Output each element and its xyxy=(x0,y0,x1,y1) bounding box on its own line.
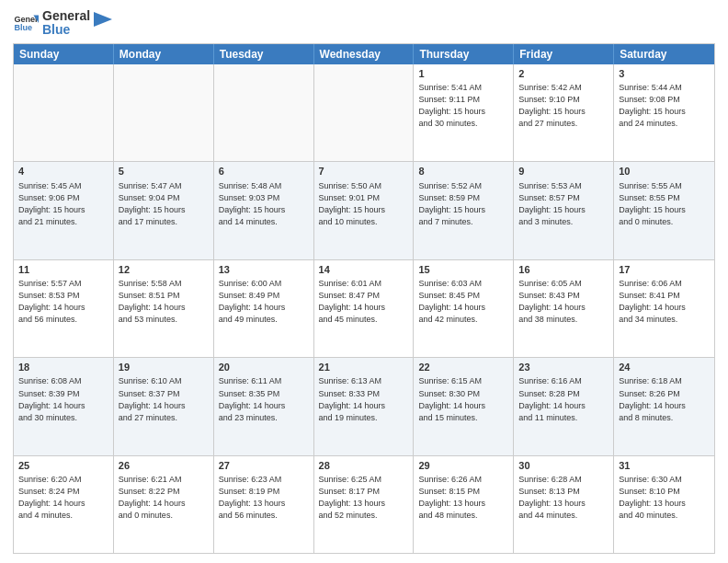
day-cell xyxy=(14,64,114,161)
day-cell: 30Sunrise: 6:28 AM Sunset: 8:13 PM Dayli… xyxy=(514,456,614,553)
day-cell: 20Sunrise: 6:11 AM Sunset: 8:35 PM Dayli… xyxy=(214,358,314,454)
day-cell: 6Sunrise: 5:48 AM Sunset: 9:03 PM Daylig… xyxy=(214,162,314,259)
day-info: Sunrise: 5:53 AM Sunset: 8:57 PM Dayligh… xyxy=(518,180,609,228)
day-number: 24 xyxy=(619,361,710,374)
week-row-1: 1Sunrise: 5:41 AM Sunset: 9:11 PM Daylig… xyxy=(14,64,714,162)
calendar-page: General Blue General Blue SundayMondayTu… xyxy=(0,0,728,563)
day-number: 27 xyxy=(219,459,309,473)
day-number: 15 xyxy=(418,263,508,277)
day-cell: 5Sunrise: 5:47 AM Sunset: 9:04 PM Daylig… xyxy=(114,162,214,259)
logo-blue: Blue xyxy=(42,23,90,37)
day-cell: 23Sunrise: 6:16 AM Sunset: 8:28 PM Dayli… xyxy=(514,358,614,454)
day-number: 29 xyxy=(418,459,508,473)
day-info: Sunrise: 6:15 AM Sunset: 8:30 PM Dayligh… xyxy=(418,375,508,423)
day-number: 8 xyxy=(418,165,508,178)
day-cell: 12Sunrise: 5:58 AM Sunset: 8:51 PM Dayli… xyxy=(114,260,214,357)
day-cell: 14Sunrise: 6:01 AM Sunset: 8:47 PM Dayli… xyxy=(314,260,415,357)
day-info: Sunrise: 5:52 AM Sunset: 8:59 PM Dayligh… xyxy=(418,180,508,228)
day-cell: 16Sunrise: 6:05 AM Sunset: 8:43 PM Dayli… xyxy=(514,260,614,357)
day-number: 28 xyxy=(319,459,409,473)
day-info: Sunrise: 6:01 AM Sunset: 8:47 PM Dayligh… xyxy=(319,278,409,326)
day-header-sunday: Sunday xyxy=(14,44,114,64)
day-info: Sunrise: 6:13 AM Sunset: 8:33 PM Dayligh… xyxy=(319,375,409,423)
day-cell: 19Sunrise: 6:10 AM Sunset: 8:37 PM Dayli… xyxy=(114,358,214,454)
day-number: 13 xyxy=(219,263,309,277)
day-cell: 15Sunrise: 6:03 AM Sunset: 8:45 PM Dayli… xyxy=(414,260,514,357)
day-cell: 26Sunrise: 6:21 AM Sunset: 8:22 PM Dayli… xyxy=(114,456,214,553)
svg-text:Blue: Blue xyxy=(14,24,32,33)
day-cell: 2Sunrise: 5:42 AM Sunset: 9:10 PM Daylig… xyxy=(514,64,614,161)
day-number: 4 xyxy=(18,165,108,178)
day-cell: 31Sunrise: 6:30 AM Sunset: 8:10 PM Dayli… xyxy=(614,456,714,553)
day-cell: 24Sunrise: 6:18 AM Sunset: 8:26 PM Dayli… xyxy=(614,358,714,454)
day-header-tuesday: Tuesday xyxy=(214,44,314,64)
day-cell: 1Sunrise: 5:41 AM Sunset: 9:11 PM Daylig… xyxy=(414,64,514,161)
day-number: 31 xyxy=(619,459,710,473)
day-header-wednesday: Wednesday xyxy=(314,44,415,64)
day-info: Sunrise: 6:16 AM Sunset: 8:28 PM Dayligh… xyxy=(518,375,609,423)
week-row-3: 11Sunrise: 5:57 AM Sunset: 8:53 PM Dayli… xyxy=(14,260,714,358)
day-cell: 8Sunrise: 5:52 AM Sunset: 8:59 PM Daylig… xyxy=(414,162,514,259)
day-info: Sunrise: 6:20 AM Sunset: 8:24 PM Dayligh… xyxy=(18,474,108,522)
logo-flag-icon xyxy=(94,12,112,34)
day-info: Sunrise: 5:47 AM Sunset: 9:04 PM Dayligh… xyxy=(119,180,209,228)
day-info: Sunrise: 6:28 AM Sunset: 8:13 PM Dayligh… xyxy=(518,474,609,522)
day-info: Sunrise: 5:55 AM Sunset: 8:55 PM Dayligh… xyxy=(619,180,710,228)
day-cell: 3Sunrise: 5:44 AM Sunset: 9:08 PM Daylig… xyxy=(614,64,714,161)
day-info: Sunrise: 5:41 AM Sunset: 9:11 PM Dayligh… xyxy=(418,82,508,130)
page-header: General Blue General Blue xyxy=(13,9,715,38)
day-cell: 17Sunrise: 6:06 AM Sunset: 8:41 PM Dayli… xyxy=(614,260,714,357)
week-row-5: 25Sunrise: 6:20 AM Sunset: 8:24 PM Dayli… xyxy=(14,456,714,553)
day-info: Sunrise: 6:11 AM Sunset: 8:35 PM Dayligh… xyxy=(219,375,309,423)
day-info: Sunrise: 5:44 AM Sunset: 9:08 PM Dayligh… xyxy=(619,82,710,130)
day-info: Sunrise: 6:21 AM Sunset: 8:22 PM Dayligh… xyxy=(119,474,209,522)
day-number: 20 xyxy=(219,361,309,374)
calendar-grid: SundayMondayTuesdayWednesdayThursdayFrid… xyxy=(13,43,715,554)
day-info: Sunrise: 6:23 AM Sunset: 8:19 PM Dayligh… xyxy=(219,474,309,522)
day-number: 3 xyxy=(619,67,710,81)
day-info: Sunrise: 5:42 AM Sunset: 9:10 PM Dayligh… xyxy=(518,82,609,130)
day-number: 11 xyxy=(18,263,108,277)
day-number: 26 xyxy=(119,459,209,473)
day-cell: 11Sunrise: 5:57 AM Sunset: 8:53 PM Dayli… xyxy=(14,260,114,357)
day-info: Sunrise: 6:08 AM Sunset: 8:39 PM Dayligh… xyxy=(18,375,108,423)
day-number: 22 xyxy=(418,361,508,374)
day-cell: 28Sunrise: 6:25 AM Sunset: 8:17 PM Dayli… xyxy=(314,456,415,553)
day-header-monday: Monday xyxy=(114,44,214,64)
day-number: 21 xyxy=(319,361,409,374)
day-cell: 18Sunrise: 6:08 AM Sunset: 8:39 PM Dayli… xyxy=(14,358,114,454)
day-info: Sunrise: 5:57 AM Sunset: 8:53 PM Dayligh… xyxy=(18,278,108,326)
day-cell: 9Sunrise: 5:53 AM Sunset: 8:57 PM Daylig… xyxy=(514,162,614,259)
day-number: 2 xyxy=(518,67,609,81)
day-cell xyxy=(314,64,415,161)
day-info: Sunrise: 5:48 AM Sunset: 9:03 PM Dayligh… xyxy=(219,180,309,228)
logo-icon: General Blue xyxy=(13,10,39,36)
calendar-body: 1Sunrise: 5:41 AM Sunset: 9:11 PM Daylig… xyxy=(14,64,714,553)
day-info: Sunrise: 6:26 AM Sunset: 8:15 PM Dayligh… xyxy=(418,474,508,522)
week-row-2: 4Sunrise: 5:45 AM Sunset: 9:06 PM Daylig… xyxy=(14,162,714,259)
day-info: Sunrise: 5:50 AM Sunset: 9:01 PM Dayligh… xyxy=(319,180,409,228)
day-info: Sunrise: 6:10 AM Sunset: 8:37 PM Dayligh… xyxy=(119,375,209,423)
day-cell: 7Sunrise: 5:50 AM Sunset: 9:01 PM Daylig… xyxy=(314,162,415,259)
logo: General Blue General Blue xyxy=(13,9,112,38)
day-info: Sunrise: 6:25 AM Sunset: 8:17 PM Dayligh… xyxy=(319,474,409,522)
day-cell xyxy=(114,64,214,161)
day-info: Sunrise: 6:03 AM Sunset: 8:45 PM Dayligh… xyxy=(418,278,508,326)
logo-general: General xyxy=(42,9,90,23)
day-headers-row: SundayMondayTuesdayWednesdayThursdayFrid… xyxy=(14,44,714,64)
day-info: Sunrise: 6:00 AM Sunset: 8:49 PM Dayligh… xyxy=(219,278,309,326)
day-info: Sunrise: 6:30 AM Sunset: 8:10 PM Dayligh… xyxy=(619,474,710,522)
week-row-4: 18Sunrise: 6:08 AM Sunset: 8:39 PM Dayli… xyxy=(14,358,714,455)
day-cell: 29Sunrise: 6:26 AM Sunset: 8:15 PM Dayli… xyxy=(414,456,514,553)
day-number: 9 xyxy=(518,165,609,178)
day-number: 10 xyxy=(619,165,710,178)
day-cell: 25Sunrise: 6:20 AM Sunset: 8:24 PM Dayli… xyxy=(14,456,114,553)
day-info: Sunrise: 5:45 AM Sunset: 9:06 PM Dayligh… xyxy=(18,180,108,228)
day-number: 1 xyxy=(418,67,508,81)
day-cell: 13Sunrise: 6:00 AM Sunset: 8:49 PM Dayli… xyxy=(214,260,314,357)
day-number: 19 xyxy=(119,361,209,374)
day-info: Sunrise: 6:05 AM Sunset: 8:43 PM Dayligh… xyxy=(518,278,609,326)
day-header-friday: Friday xyxy=(514,44,614,64)
day-number: 12 xyxy=(119,263,209,277)
day-number: 5 xyxy=(119,165,209,178)
